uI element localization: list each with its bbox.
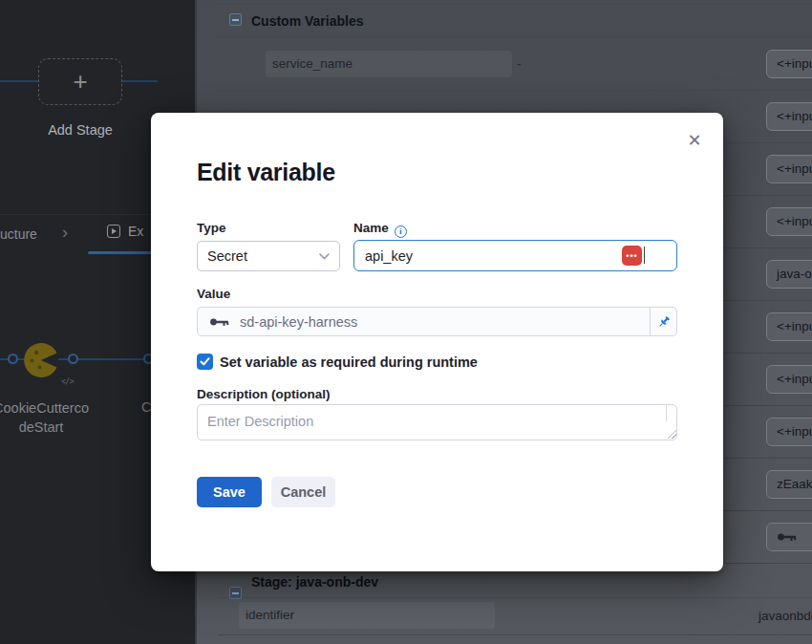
variable-name-field[interactable]: identifier	[239, 602, 495, 629]
info-icon[interactable]: i	[395, 225, 407, 238]
variable-value-input[interactable]: <+inpu	[766, 418, 812, 446]
active-tab-underline	[88, 251, 155, 254]
row-divider	[218, 36, 812, 37]
cancel-button[interactable]: Cancel	[271, 477, 335, 507]
required-checkbox[interactable]	[197, 354, 213, 370]
variable-value-input[interactable]: java-o	[766, 260, 812, 289]
tab-execution-label: Ex	[128, 224, 143, 239]
stage-node-label-line1: CookieCutterco	[0, 399, 108, 419]
add-stage-button[interactable]: +	[38, 58, 122, 105]
variable-description-placeholder: -	[517, 56, 522, 72]
variable-value-input[interactable]: <+inpu	[766, 365, 812, 394]
secret-reference-text: sd-api-key-harness	[240, 314, 650, 330]
add-stage-label: Add Stage	[0, 122, 160, 138]
pipeline-connector-line	[58, 358, 68, 360]
variable-value-input[interactable]: <+inpu	[766, 50, 812, 78]
close-icon[interactable]: ✕	[684, 130, 705, 151]
pipeline-node-port	[68, 354, 78, 364]
breadcrumb-partial[interactable]: ucture	[0, 226, 37, 242]
check-icon	[200, 357, 210, 366]
variable-value-input[interactable]: <+inpu	[766, 102, 812, 131]
collapse-icon[interactable]	[229, 587, 242, 599]
cookiecutter-stage-icon[interactable]	[24, 343, 58, 377]
pin-icon	[656, 314, 672, 330]
app-screen: + Add Stage ucture › Ex </> CookieCutter…	[0, 0, 812, 644]
value-label: Value	[197, 287, 230, 301]
variable-value-input[interactable]: <+inpu	[766, 155, 812, 183]
chevron-right-icon: ›	[62, 223, 68, 243]
key-icon	[777, 531, 798, 543]
name-label: Namei	[353, 221, 407, 238]
row-divider	[218, 90, 812, 91]
pipeline-connector-line	[0, 80, 38, 82]
pipeline-connector-line	[77, 358, 143, 360]
input-type-selector[interactable]	[650, 308, 676, 335]
secret-value-input[interactable]	[766, 523, 812, 551]
row-divider	[218, 634, 812, 635]
row-divider	[218, 4, 812, 5]
collapse-icon[interactable]	[229, 13, 242, 26]
description-textarea[interactable]	[197, 404, 677, 440]
stage-node-label: CookieCutterco deStart	[0, 399, 108, 437]
type-select[interactable]: Secret	[197, 241, 340, 271]
pipeline-connector-line	[0, 358, 8, 360]
type-select-value: Secret	[207, 248, 319, 264]
variable-value-input[interactable]: <+inpu	[766, 207, 812, 236]
variable-value-input[interactable]: zEaak	[766, 470, 812, 499]
row-divider	[218, 597, 812, 598]
stage-node2-label-fragment: C	[141, 399, 151, 415]
masked-secret-chip[interactable]: •••	[622, 246, 642, 266]
section-title-custom-variables: Custom Variables	[251, 13, 364, 29]
edit-variable-modal: ✕ Edit variable Type Secret Namei ••• Va…	[151, 113, 723, 571]
secret-value-field[interactable]: sd-api-key-harness	[197, 307, 677, 336]
section-title-stage: Stage: java-onb-dev	[251, 574, 378, 590]
key-icon	[209, 316, 230, 328]
plus-icon: +	[73, 69, 87, 94]
description-label: Description (optional)	[197, 387, 331, 401]
text-caret	[644, 247, 645, 264]
identifier-value: javaonbde	[759, 609, 812, 623]
code-step-icon: </>	[61, 377, 74, 386]
save-button[interactable]: Save	[197, 477, 262, 507]
type-label: Type	[197, 221, 226, 235]
variable-name-field[interactable]: service_name	[266, 51, 512, 77]
chevron-down-icon	[319, 253, 330, 260]
tab-execution[interactable]: Ex	[107, 224, 143, 239]
resize-handle[interactable]	[668, 430, 676, 439]
variable-value-input[interactable]: <+inpu	[766, 312, 812, 341]
execution-icon	[107, 225, 120, 238]
pipeline-node-port	[8, 354, 18, 364]
textarea-scroll-edge	[666, 405, 667, 421]
required-checkbox-label: Set variable as required during runtime	[220, 354, 478, 370]
stage-node-label-line2: deStart	[0, 419, 108, 438]
pipeline-connector-line	[122, 80, 158, 82]
modal-title: Edit variable	[197, 159, 335, 186]
